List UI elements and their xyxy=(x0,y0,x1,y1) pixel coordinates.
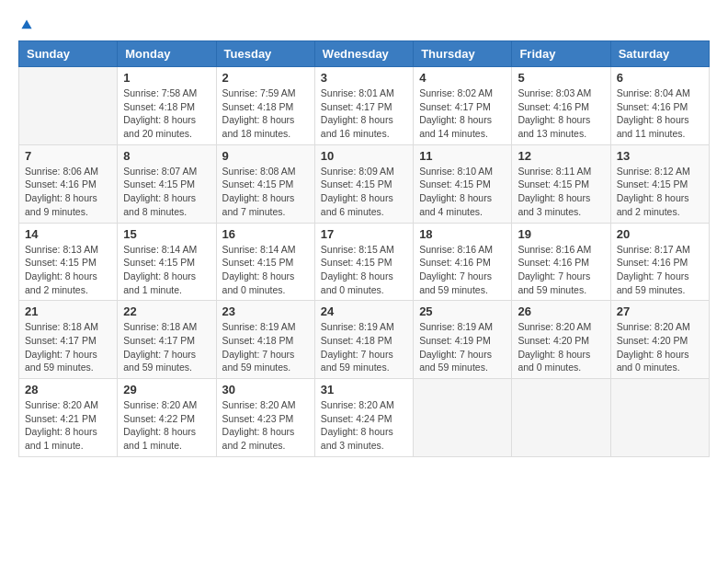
day-number: 27 xyxy=(617,304,703,318)
calendar-day-cell xyxy=(414,379,512,457)
day-info: Sunrise: 8:20 AMSunset: 4:20 PMDaylight:… xyxy=(518,320,604,374)
day-number: 23 xyxy=(222,304,309,318)
calendar-week-row: 1Sunrise: 7:58 AMSunset: 4:18 PMDaylight… xyxy=(19,67,710,145)
calendar-day-cell: 14Sunrise: 8:13 AMSunset: 4:15 PMDayligh… xyxy=(19,223,118,301)
calendar-week-row: 21Sunrise: 8:18 AMSunset: 4:17 PMDayligh… xyxy=(19,301,710,379)
day-number: 18 xyxy=(419,227,506,241)
day-info: Sunrise: 8:15 AMSunset: 4:15 PMDaylight:… xyxy=(321,243,407,297)
day-info: Sunrise: 8:09 AMSunset: 4:15 PMDaylight:… xyxy=(321,165,407,219)
calendar-day-cell: 28Sunrise: 8:20 AMSunset: 4:21 PMDayligh… xyxy=(19,379,118,457)
day-number: 5 xyxy=(518,71,604,85)
calendar-day-cell: 31Sunrise: 8:20 AMSunset: 4:24 PMDayligh… xyxy=(314,379,413,457)
calendar-day-cell: 4Sunrise: 8:02 AMSunset: 4:17 PMDaylight… xyxy=(414,67,512,145)
calendar-day-cell: 1Sunrise: 7:58 AMSunset: 4:18 PMDaylight… xyxy=(118,67,216,145)
weekday-header: Tuesday xyxy=(216,41,314,67)
logo xyxy=(18,18,33,31)
day-info: Sunrise: 8:17 AMSunset: 4:16 PMDaylight:… xyxy=(617,243,703,297)
calendar-day-cell: 7Sunrise: 8:06 AMSunset: 4:16 PMDaylight… xyxy=(19,144,118,223)
day-info: Sunrise: 8:16 AMSunset: 4:16 PMDaylight:… xyxy=(518,243,604,297)
calendar-day-cell: 25Sunrise: 8:19 AMSunset: 4:19 PMDayligh… xyxy=(414,301,512,379)
day-info: Sunrise: 8:19 AMSunset: 4:18 PMDaylight:… xyxy=(222,320,309,374)
day-number: 22 xyxy=(123,304,210,318)
day-info: Sunrise: 8:20 AMSunset: 4:20 PMDaylight:… xyxy=(617,320,703,374)
calendar-day-cell: 15Sunrise: 8:14 AMSunset: 4:15 PMDayligh… xyxy=(118,223,216,301)
day-info: Sunrise: 8:08 AMSunset: 4:15 PMDaylight:… xyxy=(222,165,309,219)
calendar-header-row: SundayMondayTuesdayWednesdayThursdayFrid… xyxy=(19,41,710,67)
calendar-day-cell: 10Sunrise: 8:09 AMSunset: 4:15 PMDayligh… xyxy=(314,144,413,223)
day-number: 4 xyxy=(419,71,506,85)
calendar-day-cell: 24Sunrise: 8:19 AMSunset: 4:18 PMDayligh… xyxy=(314,301,413,379)
day-info: Sunrise: 8:20 AMSunset: 4:24 PMDaylight:… xyxy=(321,398,407,453)
day-number: 15 xyxy=(123,227,210,241)
day-number: 25 xyxy=(419,304,506,318)
weekday-header: Sunday xyxy=(19,41,118,67)
day-info: Sunrise: 8:18 AMSunset: 4:17 PMDaylight:… xyxy=(25,320,111,374)
day-number: 14 xyxy=(25,227,111,241)
weekday-header: Wednesday xyxy=(314,41,413,67)
calendar-day-cell: 22Sunrise: 8:18 AMSunset: 4:17 PMDayligh… xyxy=(118,301,216,379)
day-number: 24 xyxy=(321,304,407,318)
calendar-day-cell xyxy=(610,379,709,457)
day-number: 3 xyxy=(321,71,407,85)
day-number: 31 xyxy=(321,383,407,396)
calendar-day-cell: 2Sunrise: 7:59 AMSunset: 4:18 PMDaylight… xyxy=(216,67,314,145)
day-info: Sunrise: 8:12 AMSunset: 4:15 PMDaylight:… xyxy=(617,165,703,219)
calendar-day-cell: 11Sunrise: 8:10 AMSunset: 4:15 PMDayligh… xyxy=(414,144,512,223)
day-number: 16 xyxy=(222,227,309,241)
day-info: Sunrise: 8:14 AMSunset: 4:15 PMDaylight:… xyxy=(123,243,210,297)
calendar-day-cell: 29Sunrise: 8:20 AMSunset: 4:22 PMDayligh… xyxy=(118,379,216,457)
day-info: Sunrise: 8:18 AMSunset: 4:17 PMDaylight:… xyxy=(123,320,210,374)
calendar-week-row: 28Sunrise: 8:20 AMSunset: 4:21 PMDayligh… xyxy=(19,379,710,457)
day-info: Sunrise: 8:19 AMSunset: 4:19 PMDaylight:… xyxy=(419,320,506,374)
day-number: 9 xyxy=(222,149,309,163)
day-info: Sunrise: 8:02 AMSunset: 4:17 PMDaylight:… xyxy=(419,86,506,141)
day-info: Sunrise: 8:01 AMSunset: 4:17 PMDaylight:… xyxy=(321,86,407,141)
day-number: 26 xyxy=(518,304,604,318)
day-info: Sunrise: 8:10 AMSunset: 4:15 PMDaylight:… xyxy=(419,165,506,219)
day-number: 19 xyxy=(518,227,604,241)
day-number: 7 xyxy=(25,149,111,163)
weekday-header: Friday xyxy=(512,41,610,67)
calendar-day-cell: 30Sunrise: 8:20 AMSunset: 4:23 PMDayligh… xyxy=(216,379,314,457)
calendar-day-cell: 20Sunrise: 8:17 AMSunset: 4:16 PMDayligh… xyxy=(610,223,709,301)
calendar-day-cell: 12Sunrise: 8:11 AMSunset: 4:15 PMDayligh… xyxy=(512,144,610,223)
day-number: 8 xyxy=(123,149,210,163)
calendar-day-cell: 5Sunrise: 8:03 AMSunset: 4:16 PMDaylight… xyxy=(512,67,610,145)
calendar-day-cell: 18Sunrise: 8:16 AMSunset: 4:16 PMDayligh… xyxy=(414,223,512,301)
weekday-header: Monday xyxy=(118,41,216,67)
logo-icon xyxy=(20,18,33,31)
day-number: 21 xyxy=(25,304,111,318)
calendar-day-cell: 19Sunrise: 8:16 AMSunset: 4:16 PMDayligh… xyxy=(512,223,610,301)
calendar-week-row: 7Sunrise: 8:06 AMSunset: 4:16 PMDaylight… xyxy=(19,144,710,223)
day-number: 17 xyxy=(321,227,407,241)
day-number: 29 xyxy=(123,383,210,396)
calendar-day-cell: 16Sunrise: 8:14 AMSunset: 4:15 PMDayligh… xyxy=(216,223,314,301)
day-number: 2 xyxy=(222,71,309,85)
calendar-day-cell: 8Sunrise: 8:07 AMSunset: 4:15 PMDaylight… xyxy=(118,144,216,223)
svg-marker-0 xyxy=(21,19,31,29)
day-info: Sunrise: 8:03 AMSunset: 4:16 PMDaylight:… xyxy=(518,86,604,141)
calendar-day-cell: 21Sunrise: 8:18 AMSunset: 4:17 PMDayligh… xyxy=(19,301,118,379)
day-info: Sunrise: 8:11 AMSunset: 4:15 PMDaylight:… xyxy=(518,165,604,219)
day-number: 12 xyxy=(518,149,604,163)
page-header xyxy=(18,18,710,31)
calendar-day-cell: 27Sunrise: 8:20 AMSunset: 4:20 PMDayligh… xyxy=(610,301,709,379)
weekday-header: Thursday xyxy=(414,41,512,67)
day-info: Sunrise: 8:04 AMSunset: 4:16 PMDaylight:… xyxy=(617,86,703,141)
day-info: Sunrise: 8:20 AMSunset: 4:23 PMDaylight:… xyxy=(222,398,309,453)
day-info: Sunrise: 7:59 AMSunset: 4:18 PMDaylight:… xyxy=(222,86,309,141)
day-number: 20 xyxy=(617,227,703,241)
day-info: Sunrise: 8:20 AMSunset: 4:21 PMDaylight:… xyxy=(25,398,111,453)
day-number: 10 xyxy=(321,149,407,163)
calendar-week-row: 14Sunrise: 8:13 AMSunset: 4:15 PMDayligh… xyxy=(19,223,710,301)
day-info: Sunrise: 8:16 AMSunset: 4:16 PMDaylight:… xyxy=(419,243,506,297)
calendar-day-cell: 23Sunrise: 8:19 AMSunset: 4:18 PMDayligh… xyxy=(216,301,314,379)
day-info: Sunrise: 8:07 AMSunset: 4:15 PMDaylight:… xyxy=(123,165,210,219)
calendar-day-cell xyxy=(512,379,610,457)
calendar-day-cell xyxy=(19,67,118,145)
weekday-header: Saturday xyxy=(610,41,709,67)
day-number: 28 xyxy=(25,383,111,396)
day-number: 1 xyxy=(123,71,210,85)
day-info: Sunrise: 8:19 AMSunset: 4:18 PMDaylight:… xyxy=(321,320,407,374)
day-info: Sunrise: 7:58 AMSunset: 4:18 PMDaylight:… xyxy=(123,86,210,141)
